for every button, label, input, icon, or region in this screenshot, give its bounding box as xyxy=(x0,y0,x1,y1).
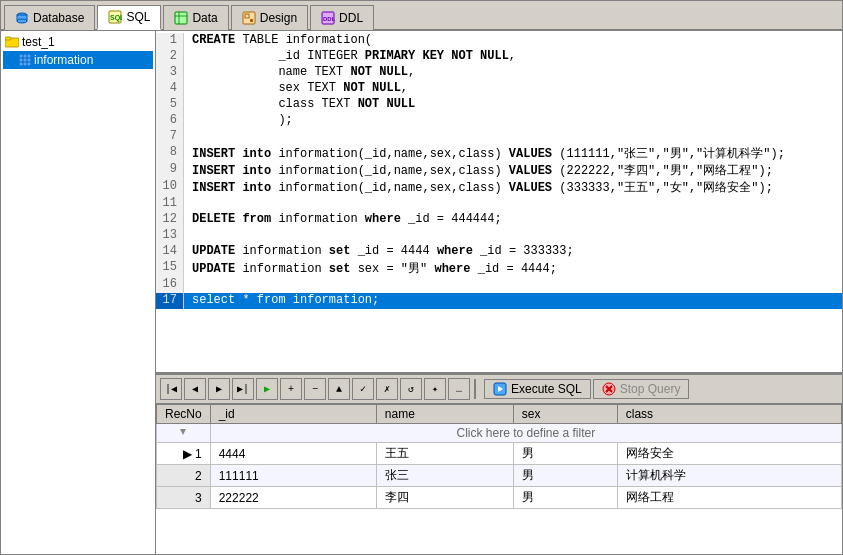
code-line-9: 9 INSERT into information(_id,name,sex,c… xyxy=(156,162,842,179)
code-line-8: 8 INSERT into information(_id,name,sex,c… xyxy=(156,145,842,162)
execute-icon xyxy=(493,382,507,396)
table-header-row: RecNo _id name sex class xyxy=(157,405,842,424)
tab-ddl-label: DDL xyxy=(339,11,363,25)
code-line-4: 4 sex TEXT NOT NULL, xyxy=(156,81,842,97)
row3-sex: 男 xyxy=(513,487,617,509)
table-row-1[interactable]: ▶ 1 4444 王五 男 网络安全 xyxy=(157,443,842,465)
delete-btn[interactable]: − xyxy=(304,378,326,400)
tab-sql[interactable]: SQL SQL xyxy=(97,5,161,30)
tab-sql-label: SQL xyxy=(126,10,150,24)
filter-text[interactable]: Click here to define a filter xyxy=(210,424,841,443)
sidebar-item-table[interactable]: information xyxy=(3,51,153,69)
code-line-3: 3 name TEXT NOT NULL, xyxy=(156,65,842,81)
tab-design-label: Design xyxy=(260,11,297,25)
code-line-5: 5 class TEXT NOT NULL xyxy=(156,97,842,113)
sql-editor[interactable]: 1 CREATE TABLE information( 2 _id INTEGE… xyxy=(156,31,842,374)
results-panel[interactable]: RecNo _id name sex class xyxy=(156,404,842,554)
code-line-16: 16 xyxy=(156,277,842,293)
code-line-7: 7 xyxy=(156,129,842,145)
row2-id: 111111 xyxy=(210,465,376,487)
row2-recno: 2 xyxy=(157,465,211,487)
data-icon xyxy=(174,11,188,25)
app-window: Database SQL SQL Data Design xyxy=(0,0,843,555)
code-line-2: 2 _id INTEGER PRIMARY KEY NOT NULL, xyxy=(156,49,842,65)
svg-rect-15 xyxy=(19,54,31,66)
code-line-17: 17 select * from information; xyxy=(156,293,842,309)
last-btn[interactable]: ▶| xyxy=(232,378,254,400)
filter-row[interactable]: Click here to define a filter xyxy=(157,424,842,443)
svg-rect-5 xyxy=(175,12,187,24)
up-btn[interactable]: ▲ xyxy=(328,378,350,400)
row1-id: 4444 xyxy=(210,443,376,465)
filter-icon xyxy=(178,427,188,437)
table-row-2[interactable]: 2 111111 张三 男 计算机科学 xyxy=(157,465,842,487)
cancel-btn[interactable]: ✗ xyxy=(376,378,398,400)
run-btn[interactable]: ▶ xyxy=(256,378,278,400)
row1-recno: ▶ 1 xyxy=(157,443,211,465)
code-line-14: 14 UPDATE information set _id = 4444 whe… xyxy=(156,244,842,260)
code-line-10: 10 INSERT into information(_id,name,sex,… xyxy=(156,179,842,196)
row2-name: 张三 xyxy=(376,465,513,487)
svg-text:DDL: DDL xyxy=(323,16,335,22)
sql-icon: SQL xyxy=(108,10,122,24)
svg-text:SQL: SQL xyxy=(110,14,122,22)
col-header-name: name xyxy=(376,405,513,424)
tab-ddl[interactable]: DDL DDL xyxy=(310,5,374,30)
stop-icon xyxy=(602,382,616,396)
execute-sql-label: Execute SQL xyxy=(511,382,582,396)
code-line-15: 15 UPDATE information set sex = "男" wher… xyxy=(156,260,842,277)
sidebar: test_1 information xyxy=(1,31,156,554)
tab-database-label: Database xyxy=(33,11,84,25)
next-btn[interactable]: ▶ xyxy=(208,378,230,400)
row1-class: 网络安全 xyxy=(617,443,841,465)
star-btn[interactable]: ✦ xyxy=(424,378,446,400)
svg-rect-10 xyxy=(250,19,253,22)
sidebar-db-label: test_1 xyxy=(22,35,55,49)
tab-database[interactable]: Database xyxy=(4,5,95,30)
filter-arrow xyxy=(157,424,211,443)
tab-design[interactable]: Design xyxy=(231,5,308,30)
editor-panel: 1 CREATE TABLE information( 2 _id INTEGE… xyxy=(156,31,842,554)
code-line-1: 1 CREATE TABLE information( xyxy=(156,33,842,49)
tab-bar: Database SQL SQL Data Design xyxy=(1,1,842,31)
refresh-btn[interactable]: ↺ xyxy=(400,378,422,400)
stop-query-button[interactable]: Stop Query xyxy=(593,379,690,399)
code-line-12: 12 DELETE from information where _id = 4… xyxy=(156,212,842,228)
row3-name: 李四 xyxy=(376,487,513,509)
sql-toolbar: |◀ ◀ ▶ ▶| ▶ + − ▲ ✓ ✗ ↺ ✦ … xyxy=(156,374,842,404)
row1-arrow: ▶ xyxy=(183,447,192,461)
row3-recno: 3 xyxy=(157,487,211,509)
tab-data[interactable]: Data xyxy=(163,5,228,30)
row1-name: 王五 xyxy=(376,443,513,465)
prev-btn[interactable]: ◀ xyxy=(184,378,206,400)
col-header-class: class xyxy=(617,405,841,424)
main-content: test_1 information 1 CREATE TABLE info xyxy=(1,31,842,554)
row3-class: 网络工程 xyxy=(617,487,841,509)
code-line-13: 13 xyxy=(156,228,842,244)
sidebar-table-label: information xyxy=(34,53,93,67)
dots-btn[interactable]: … xyxy=(448,378,470,400)
toolbar-separator xyxy=(474,379,476,399)
ddl-icon: DDL xyxy=(321,11,335,25)
sidebar-item-db[interactable]: test_1 xyxy=(3,33,153,51)
add-btn[interactable]: + xyxy=(280,378,302,400)
check-btn[interactable]: ✓ xyxy=(352,378,374,400)
row1-sex: 男 xyxy=(513,443,617,465)
tab-data-label: Data xyxy=(192,11,217,25)
svg-rect-14 xyxy=(5,37,11,40)
first-btn[interactable]: |◀ xyxy=(160,378,182,400)
results-table: RecNo _id name sex class xyxy=(156,404,842,509)
row2-sex: 男 xyxy=(513,465,617,487)
stop-query-label: Stop Query xyxy=(620,382,681,396)
code-line-6: 6 ); xyxy=(156,113,842,129)
db-folder-icon xyxy=(5,35,19,49)
table-icon xyxy=(19,54,31,66)
database-icon xyxy=(15,11,29,25)
svg-marker-25 xyxy=(180,429,186,435)
table-row-3[interactable]: 3 222222 李四 男 网络工程 xyxy=(157,487,842,509)
svg-point-2 xyxy=(17,19,27,23)
design-icon xyxy=(242,11,256,25)
execute-sql-button[interactable]: Execute SQL xyxy=(484,379,591,399)
col-header-sex: sex xyxy=(513,405,617,424)
col-header-recno: RecNo xyxy=(157,405,211,424)
